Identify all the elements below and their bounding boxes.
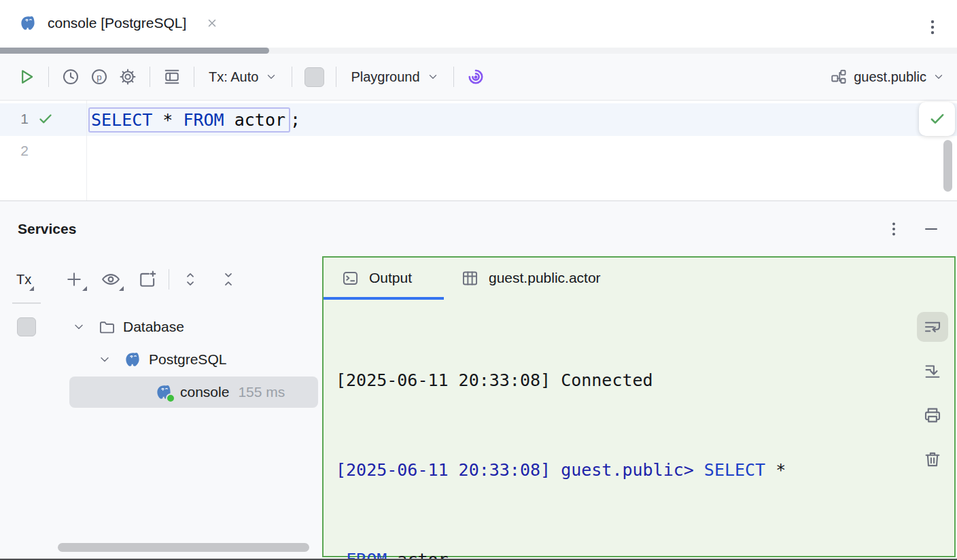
chevron-down-icon: [427, 71, 439, 83]
tree-chevron-down-icon[interactable]: [72, 320, 86, 334]
toolbar-separator: [336, 67, 336, 87]
ai-swirl-icon: [466, 67, 486, 87]
toolbar-separator: [292, 67, 292, 87]
tree-chevron-down-icon[interactable]: [98, 353, 111, 366]
connected-green-dot: [166, 393, 175, 403]
line-number-1: 1: [15, 111, 29, 127]
schema-tree-icon: [830, 68, 848, 86]
expand-all-button[interactable]: [176, 265, 205, 294]
history-button[interactable]: [56, 63, 85, 91]
postgresql-elephant-icon: [124, 351, 142, 369]
tree-row-postgresql[interactable]: PostgreSQL: [98, 344, 226, 375]
terminal-output-icon: [341, 269, 360, 287]
add-service-button[interactable]: [60, 265, 88, 294]
toolbar-separator: [150, 67, 150, 87]
tab-scrollbar-thumb[interactable]: [0, 48, 269, 54]
tree-label: PostgreSQL: [149, 351, 226, 368]
chevron-down-icon: [265, 71, 277, 83]
collapse-all-button[interactable]: [214, 265, 243, 294]
tree-label: Database: [123, 319, 184, 335]
schema-switcher[interactable]: guest.public: [830, 68, 945, 86]
print-button[interactable]: [917, 400, 948, 430]
log-line: [2025-06-11 20:33:08] guest.public> SELE…: [336, 455, 909, 485]
active-tab-underline: [324, 297, 444, 300]
in-editor-results-button[interactable]: [158, 63, 186, 91]
services-tree-panel: Tx Database Post: [0, 256, 322, 559]
gutter-separator: [86, 101, 87, 200]
console-toolbar: p Tx: Auto Playground guest.public: [0, 54, 957, 101]
schema-label: guest.public: [854, 69, 926, 85]
scroll-to-end-button[interactable]: [917, 356, 948, 386]
close-icon[interactable]: [203, 14, 221, 32]
ai-assistant-button[interactable]: [462, 63, 490, 91]
tab-label: Output: [369, 270, 412, 286]
tx-mode-dropdown[interactable]: Tx: Auto: [202, 63, 284, 91]
log-line: [2025-06-11 20:33:08] Connected: [336, 366, 909, 396]
stop-button-disabled: [300, 63, 328, 91]
line-number-2: 2: [15, 143, 29, 159]
chevron-down-icon: [933, 71, 945, 83]
tab-result-grid[interactable]: guest.public.actor: [461, 258, 601, 298]
sql-statement-line[interactable]: SELECT * FROM actor;: [88, 103, 300, 136]
settings-gear-button[interactable]: [114, 63, 142, 91]
svg-text:p: p: [97, 72, 101, 82]
editor-tab-bar: console [PostgreSQL]: [0, 0, 957, 46]
stop-square-icon: [304, 67, 324, 87]
services-options-kebab-icon[interactable]: [888, 222, 900, 237]
run-button[interactable]: [12, 63, 41, 91]
executed-statement-box: SELECT * FROM actor: [88, 107, 290, 133]
clear-output-trash-button[interactable]: [917, 444, 948, 474]
toolbar-separator: [194, 67, 194, 87]
preview-eye-button[interactable]: [97, 265, 125, 294]
tab-scrollbar-track: [0, 48, 957, 54]
minimize-icon[interactable]: [923, 221, 939, 237]
editor-vertical-scrollbar-thumb[interactable]: [943, 140, 952, 192]
tab-console-postgresql[interactable]: console [PostgreSQL]: [0, 14, 221, 33]
soft-wrap-button[interactable]: [917, 312, 948, 342]
output-toolbar-rail: [915, 312, 950, 474]
sql-keyword: FROM: [183, 110, 224, 130]
open-in-new-tab-button[interactable]: [133, 265, 162, 294]
tab-title: console [PostgreSQL]: [48, 15, 186, 31]
services-title: Services: [18, 221, 76, 237]
toolbar-separator: [453, 67, 454, 87]
tree-row-console-selected[interactable]: console 155 ms: [69, 377, 318, 408]
tab-label: guest.public.actor: [489, 270, 601, 286]
console-output-log: [2025-06-11 20:33:08] Connected [2025-06…: [336, 306, 909, 560]
services-tool-window-header: Services: [0, 201, 957, 256]
log-line: FROM actor: [336, 545, 909, 560]
statement-success-check-icon: [37, 111, 54, 127]
inspections-widget[interactable]: [919, 102, 955, 136]
session-dropdown[interactable]: Playground: [344, 63, 445, 91]
tx-filter-tab[interactable]: Tx: [12, 265, 35, 294]
sql-editor[interactable]: 1 2 SELECT * FROM actor;: [0, 101, 957, 201]
sql-text: actor: [224, 110, 285, 130]
output-panel: Output guest.public.actor [2025-06-11 20…: [322, 256, 956, 557]
folder-icon: [98, 318, 116, 336]
sql-text: *: [152, 110, 183, 130]
tree-row-database[interactable]: Database: [72, 311, 184, 343]
tx-tab-underline: [12, 302, 41, 304]
tree-stop-square-icon: [17, 317, 36, 336]
postgresql-console-icon: [155, 383, 173, 402]
tab-output[interactable]: Output: [341, 258, 412, 298]
kebab-menu-icon[interactable]: [926, 19, 939, 35]
postgresql-elephant-icon: [19, 14, 37, 33]
execution-timing: 155 ms: [238, 384, 285, 400]
toolbar-separator: [169, 269, 169, 290]
tree-label: console: [180, 384, 229, 400]
sql-semicolon: ;: [290, 110, 300, 130]
tree-horizontal-scrollbar-thumb[interactable]: [58, 543, 309, 552]
explain-plan-button[interactable]: p: [85, 63, 114, 91]
table-grid-icon: [461, 269, 479, 287]
sql-keyword: SELECT: [91, 110, 152, 130]
toolbar-separator: [48, 67, 49, 87]
inspections-ok-check-icon: [928, 110, 946, 128]
